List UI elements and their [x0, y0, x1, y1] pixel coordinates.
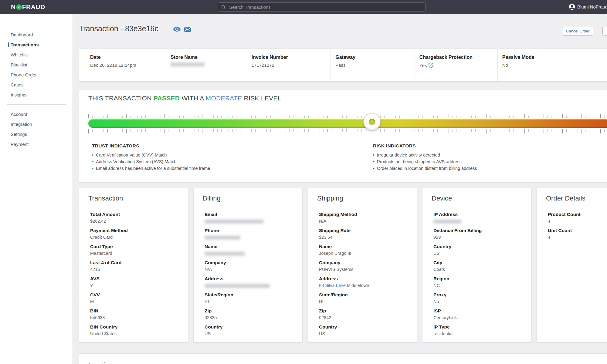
risk-slider-knob[interactable] — [363, 113, 381, 130]
field-value-text: 4 — [548, 219, 550, 224]
sidebar-divider — [7, 104, 66, 105]
summary-value — [171, 62, 247, 66]
field-value-text: US — [205, 331, 211, 336]
field-card-type: Card TypeMastercard — [90, 243, 179, 257]
risk-indicators-heading: RISK INDICATORS — [373, 143, 477, 149]
summary-label: Date — [90, 55, 166, 60]
field-region: RegionNC — [433, 275, 523, 289]
field-value-text: US — [319, 331, 325, 336]
field-value: Coats — [433, 266, 523, 273]
field-label: AVS — [90, 275, 179, 282]
field-unit-count: Unit Count4 — [548, 227, 607, 241]
field-value-text: 929 — [433, 235, 441, 240]
field-value: 02842 — [319, 314, 408, 321]
location-section: Location — [79, 353, 607, 364]
field-label: Shipping Method — [319, 211, 408, 218]
email-icon[interactable] — [184, 27, 191, 32]
sidebar-item-insights[interactable]: Insights — [0, 90, 73, 100]
summary-gateway: GatewayPass — [331, 49, 415, 81]
field-value-text: No — [433, 299, 439, 304]
sidebar-item-payment[interactable]: Payment — [0, 139, 73, 149]
field-value-text: 02842 — [319, 315, 331, 320]
indicator-item: •Address Verification System (AVS) Match — [92, 158, 210, 165]
field-label: BIN Country — [90, 324, 179, 330]
field-label: ISP — [433, 308, 523, 314]
summary-value: Dec 28, 2018 12:14pm — [90, 62, 166, 68]
risk-title-part: MODERATE — [206, 95, 242, 102]
summary-value: No — [502, 62, 607, 68]
field-value-text: $262.42 — [90, 219, 106, 224]
field-value-text: RI — [319, 299, 324, 304]
field-payment-method: Payment MethodCredit Card — [90, 227, 179, 241]
address-link[interactable]: 88 Silva Lane — [319, 283, 346, 288]
field-value: PURVIS Systems — [319, 266, 408, 273]
sidebar-item-whitelist[interactable]: Whitelist — [0, 50, 73, 60]
field-last-4-of-card: Last 4 of Card4216 — [90, 259, 179, 273]
cancel-order-button[interactable]: Cancel Order — [562, 27, 593, 35]
bullet-icon: • — [373, 158, 375, 165]
indicator-text: Address Verification System (AVS) Match — [96, 159, 177, 164]
summary-value: Yes — [419, 62, 497, 68]
risk-banner: THIS TRANSACTION PASSED WITH A MODERATE … — [79, 90, 607, 182]
sidebar-item-transactions[interactable]: Transactions — [0, 40, 73, 50]
risk-title-part: WITH A — [180, 95, 205, 102]
sidebar-item-label: Settings — [11, 132, 27, 137]
field-value: N/A — [205, 266, 294, 273]
field-value: $262.42 — [90, 218, 179, 224]
sidebar-item-settings[interactable]: Settings — [0, 129, 73, 139]
summary-invoice-number: Invoice Number171721272 — [247, 49, 331, 81]
field-distance-from-billing: Distance From Billing929 — [433, 227, 523, 241]
field-label: Country — [433, 243, 523, 250]
sidebar-item-phone-order[interactable]: Phone Order — [0, 70, 73, 80]
field-country: CountryUS — [319, 324, 408, 337]
sidebar-item-cases[interactable]: Cases — [0, 80, 73, 90]
field-bin-country: BIN CountryUnited States — [90, 324, 179, 337]
global-search — [218, 2, 426, 12]
field-address: Address88 Silva Lane Middletown — [319, 275, 408, 289]
sidebar-item-dashboard[interactable]: Dashboard — [0, 30, 73, 40]
field-value: US — [433, 250, 523, 257]
sidebar-item-account[interactable]: Account — [0, 109, 73, 119]
search-input[interactable] — [229, 4, 422, 10]
view-eye-icon[interactable] — [173, 26, 181, 32]
field-value-text: 546638 — [90, 315, 105, 320]
sidebar-item-label: Integration — [11, 122, 32, 127]
sidebar-item-blacklist[interactable]: Blacklist — [0, 60, 73, 70]
avatar-icon — [569, 4, 575, 10]
cards-row: TransactionTotal Amount$262.42Payment Me… — [79, 188, 607, 342]
indicator-item: •Products not being shipped to AVS addre… — [373, 158, 477, 165]
field-value-text: PURVIS Systems — [319, 267, 353, 272]
field-value: 546638 — [90, 314, 179, 321]
field-label: Region — [433, 275, 523, 282]
field-value: 929 — [433, 234, 523, 241]
field-value: United States — [90, 330, 179, 337]
field-zip: Zip02835 — [205, 308, 294, 321]
nofraud-logo[interactable]: N ✓ FRAUD — [11, 3, 45, 11]
risk-slider-ticks-top — [88, 114, 607, 118]
field-label: Payment Method — [90, 227, 179, 234]
sidebar-item-integration[interactable]: Integration — [0, 119, 73, 129]
sidebar-secondary: AccountIntegrationSettingsPayment — [0, 109, 73, 149]
field-value-text: CenturyLink — [433, 315, 457, 320]
summary-label: Invoice Number — [252, 55, 331, 60]
summary-label: Chargeback Protection — [419, 55, 497, 60]
summary-label: Gateway — [335, 55, 415, 60]
risk-indicators-list: •Irregular device activity detected•Prod… — [373, 152, 477, 172]
summary-label: Store Name — [171, 55, 247, 60]
field-value-text: Middletown — [346, 283, 369, 288]
field-label: Name — [205, 243, 294, 250]
card-fields: IP AddressDistance From Billing929Countr… — [432, 211, 523, 337]
field-value: N/A — [319, 218, 408, 224]
field-shipping-method: Shipping MethodN/A — [319, 211, 408, 224]
risk-slider-bar — [88, 119, 607, 128]
field-label: City — [433, 259, 523, 266]
search-icon — [221, 5, 226, 9]
summary-value-text: No — [502, 62, 508, 68]
user-menu[interactable]: Blumi NoFraud — [569, 4, 607, 10]
logo-prefix: N — [11, 3, 16, 11]
bullet-icon: • — [92, 165, 93, 172]
card-fields: Total Amount$262.42Payment MethodCredit … — [88, 211, 179, 337]
field-value: US — [319, 330, 408, 337]
submit-button[interactable]: Submit — [602, 27, 607, 35]
field-value: 4 — [548, 218, 607, 224]
